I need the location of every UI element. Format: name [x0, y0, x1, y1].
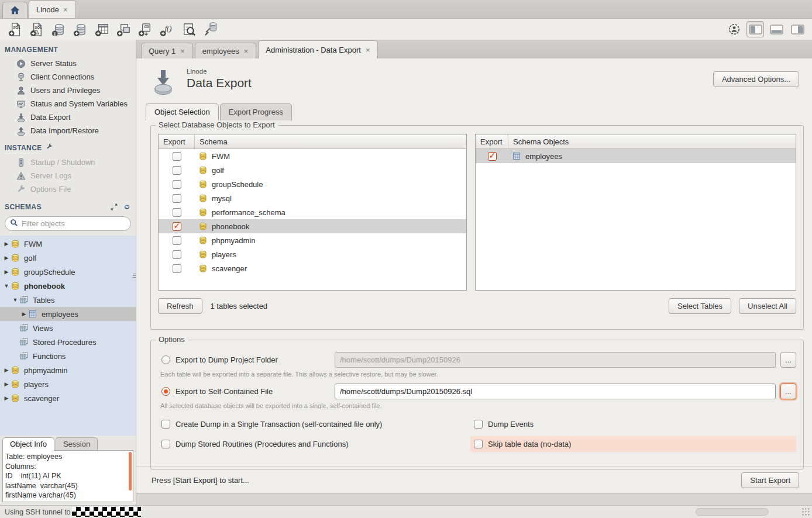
sidebar-item-server-status[interactable]: Server Status [0, 57, 136, 70]
close-icon[interactable]: × [243, 47, 249, 55]
option-dump-events[interactable]: Dump Events [470, 416, 796, 432]
search-table-data-icon[interactable] [179, 20, 198, 38]
sidebar-item-client-connections[interactable]: Client Connections [0, 70, 136, 84]
expander-expanded-icon[interactable]: ▼ [2, 283, 11, 289]
close-icon[interactable]: × [180, 47, 185, 55]
tree-node-views[interactable]: Views [0, 321, 136, 335]
self-contained-radio[interactable] [161, 387, 170, 396]
table-row-groupschedule[interactable]: groupSchedule [159, 177, 466, 191]
option-create-dump-in-a-single-transaction-self-contained-file-only[interactable]: Create Dump in a Single Transaction (sel… [158, 416, 470, 432]
table-row-scavenger[interactable]: scavenger [159, 261, 466, 275]
export-checkbox-employees[interactable] [488, 152, 497, 161]
self-contained-browse-button[interactable]: ... [780, 384, 796, 399]
option-skip-table-data-no-data[interactable]: Skip table data (no-data) [470, 436, 796, 452]
expander-collapsed-icon[interactable]: ▶ [2, 381, 11, 387]
sidebar-item-status-and-system-variables[interactable]: Status and System Variables [0, 97, 136, 110]
start-export-button[interactable]: Start Export [741, 472, 799, 488]
inspect-database-icon[interactable]: i [49, 20, 68, 38]
reconnect-database-icon[interactable] [201, 20, 219, 38]
expander-collapsed-icon[interactable]: ▶ [2, 269, 11, 275]
schema-filter-input[interactable] [22, 219, 126, 228]
tree-node-groupschedule[interactable]: ▶ groupSchedule [0, 265, 136, 279]
tree-node-functions[interactable]: Functions [0, 349, 136, 363]
checkbox-skip-table-data-no-data[interactable] [474, 440, 483, 448]
advanced-options-button[interactable]: Advanced Options... [713, 71, 799, 87]
resize-grip[interactable] [801, 507, 810, 516]
export-checkbox-golf[interactable] [173, 166, 181, 175]
connection-tab[interactable]: Linode × [29, 0, 76, 18]
export-checkbox-performance-schema[interactable] [173, 208, 181, 217]
expand-panel-icon[interactable] [110, 203, 118, 211]
doc-tab-administration-data-export[interactable]: Administration - Data Export × [258, 40, 378, 58]
create-function-icon[interactable]: f() [157, 20, 176, 38]
table-row-players[interactable]: players [159, 247, 466, 261]
expander-expanded-icon[interactable]: ▼ [11, 297, 19, 303]
self-contained-path-input[interactable] [335, 384, 776, 399]
expander-collapsed-icon[interactable]: ▶ [2, 255, 11, 261]
sidebar-item-users-and-privileges[interactable]: Users and Privileges [0, 84, 136, 97]
table-row-mysql[interactable]: mysql [159, 191, 466, 205]
tree-node-golf[interactable]: ▶ golf [0, 251, 136, 265]
object-info-scrollbar[interactable] [129, 452, 132, 491]
tree-node-tables[interactable]: ▼ Tables [0, 293, 136, 307]
hscrollbar-thumb[interactable] [696, 508, 769, 516]
doc-tab-query-1[interactable]: Query 1 × [141, 43, 193, 58]
new-sql-tab-icon[interactable]: SQL [6, 20, 25, 38]
dump-folder-browse-button[interactable]: ... [780, 352, 796, 368]
expander-collapsed-icon[interactable]: ▶ [20, 311, 28, 317]
toggle-left-panel-icon[interactable] [746, 21, 764, 37]
unselect-all-button[interactable]: Unselect All [739, 298, 796, 314]
tree-node-phpmyadmin[interactable]: ▶ phpmyadmin [0, 363, 136, 377]
checkbox-dump-stored-routines-procedures-and-functions[interactable] [161, 440, 170, 448]
refresh-schemas-icon[interactable] [123, 203, 131, 211]
checkbox-create-dump-in-a-single-transaction-self-contained-file-only[interactable] [161, 420, 170, 429]
tab-export-progress[interactable]: Export Progress [220, 103, 292, 120]
create-table-icon[interactable] [92, 20, 111, 38]
export-checkbox-phpmyadmin[interactable] [173, 236, 181, 245]
expander-collapsed-icon[interactable]: ▶ [2, 241, 11, 247]
toggle-bottom-panel-icon[interactable] [768, 21, 785, 37]
table-row-performance-schema[interactable]: performance_schema [159, 205, 466, 219]
table-row-employees[interactable]: employees [476, 149, 796, 163]
sidebar-item-startup-shutdown[interactable]: Startup / Shutdown [0, 156, 136, 169]
dump-folder-option[interactable]: Export to Dump Project Folder [158, 355, 335, 364]
export-checkbox-fwm[interactable] [173, 152, 181, 161]
sidebar-item-server-logs[interactable]: Server Logs [0, 169, 136, 182]
create-schema-icon[interactable] [71, 20, 90, 38]
close-icon[interactable]: × [63, 6, 68, 13]
expander-collapsed-icon[interactable]: ▶ [2, 395, 11, 401]
tree-node-stored-procedures[interactable]: Stored Procedures [0, 335, 136, 349]
dump-folder-path-input[interactable] [335, 352, 776, 368]
tree-node-fwm[interactable]: ▶ FWM [0, 237, 136, 251]
checkbox-dump-events[interactable] [474, 420, 483, 429]
option-dump-stored-routines-procedures-and-functions[interactable]: Dump Stored Routines (Procedures and Fun… [158, 436, 470, 452]
export-checkbox-players[interactable] [173, 250, 181, 259]
export-checkbox-mysql[interactable] [173, 194, 181, 203]
dump-folder-radio[interactable] [161, 355, 170, 364]
tree-node-phonebook[interactable]: ▼ phonebook [0, 279, 136, 293]
sidebar-item-data-import-restore[interactable]: Data Import/Restore [0, 124, 136, 137]
select-tables-button[interactable]: Select Tables [669, 298, 731, 314]
open-sql-script-icon[interactable]: SQL [27, 20, 46, 38]
tree-node-players[interactable]: ▶ players [0, 377, 136, 391]
home-tab[interactable] [2, 2, 27, 18]
export-checkbox-phonebook[interactable] [173, 222, 181, 231]
expander-collapsed-icon[interactable]: ▶ [2, 367, 11, 373]
refresh-button[interactable]: Refresh [158, 298, 202, 314]
export-checkbox-groupschedule[interactable] [173, 180, 181, 189]
enterprise-icon[interactable] [725, 21, 743, 37]
sidebar-item-options-file[interactable]: Options File [0, 182, 136, 196]
create-view-icon[interactable] [114, 20, 133, 38]
tab-object-info[interactable]: Object Info [2, 437, 54, 451]
table-row-phpmyadmin[interactable]: phpmyadmin [159, 233, 466, 247]
sidebar-splitter-handle[interactable] [132, 268, 136, 283]
create-procedure-icon[interactable] [136, 20, 154, 38]
tree-node-scavenger[interactable]: ▶ scavenger [0, 391, 136, 405]
sidebar-item-data-export[interactable]: Data Export [0, 110, 136, 124]
table-row-golf[interactable]: golf [159, 163, 466, 177]
export-checkbox-scavenger[interactable] [173, 264, 181, 273]
doc-tab-employees[interactable]: employees × [195, 43, 256, 58]
self-contained-option[interactable]: Export to Self-Contained File [158, 387, 335, 396]
close-icon[interactable]: × [365, 46, 371, 54]
table-row-phonebook[interactable]: phonebook [159, 219, 466, 233]
